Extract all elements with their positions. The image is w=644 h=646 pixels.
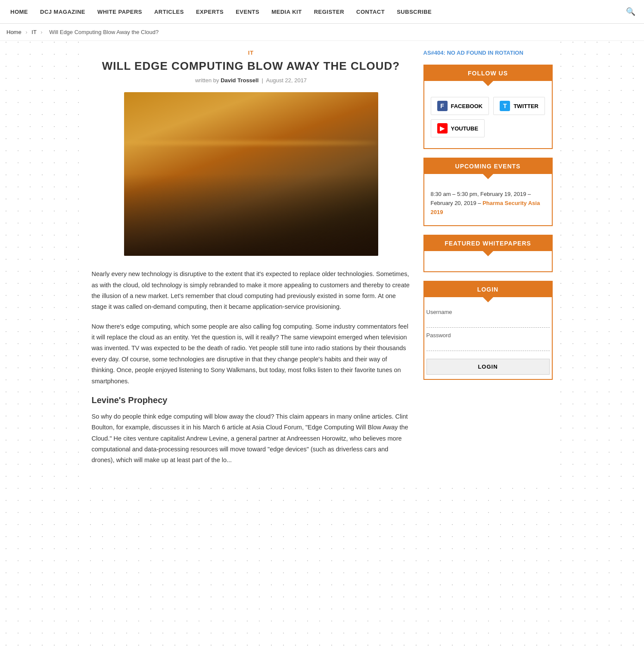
breadcrumb: Home › IT › Will Edge Computing Blow Awa…: [0, 24, 644, 41]
main-content: IT WILL EDGE COMPUTING BLOW AWAY THE CLO…: [92, 50, 411, 475]
breadcrumb-sep1: ›: [25, 29, 29, 35]
navigation: HOME DCJ MAGAZINE WHITE PAPERS ARTICLES …: [0, 0, 644, 24]
login-arrow: [483, 297, 493, 302]
events-body: 8:30 am – 5:30 pm, February 19, 2019 – F…: [424, 183, 552, 225]
article-date: August 22, 2017: [266, 77, 307, 84]
nav-whitepapers[interactable]: WHITE PAPERS: [91, 9, 148, 15]
search-icon[interactable]: 🔍: [622, 7, 640, 16]
page-wrapper: IT WILL EDGE COMPUTING BLOW AWAY THE CLO…: [85, 41, 559, 483]
whitepapers-widget: FEATURED WHITEPAPERS: [423, 235, 553, 272]
youtube-label: YOUTUBE: [451, 125, 479, 132]
whitepapers-header: FEATURED WHITEPAPERS: [424, 236, 552, 251]
follow-us-arrow: [483, 81, 493, 86]
meta-written: written by: [195, 77, 221, 84]
breadcrumb-current: Will Edge Computing Blow Away the Cloud?: [49, 29, 159, 35]
login-button[interactable]: LOGIN: [426, 359, 550, 375]
article-tag[interactable]: IT: [92, 50, 411, 56]
nav-dcj[interactable]: DCJ MAGAZINE: [34, 9, 91, 15]
article-section-paragraph: So why do people think edge computing wi…: [92, 411, 411, 466]
nav-register[interactable]: REGISTER: [308, 9, 350, 15]
whitepapers-arrow: [483, 251, 493, 256]
password-input[interactable]: [426, 340, 550, 351]
login-header: LOGIN: [424, 282, 552, 297]
twitter-button[interactable]: t TWITTER: [493, 97, 545, 115]
facebook-label: FACEBOOK: [451, 103, 483, 109]
breadcrumb-it[interactable]: IT: [31, 29, 36, 35]
follow-us-widget: FOLLOW US f FACEBOOK t TWITTER ▶ YOUTUBE: [423, 65, 553, 149]
events-arrow: [483, 174, 493, 179]
facebook-icon: f: [437, 101, 448, 111]
login-form: Username Password LOGIN: [424, 307, 552, 379]
article-title: WILL EDGE COMPUTING BLOW AWAY THE CLOUD?: [92, 59, 411, 73]
article-author[interactable]: David Trossell: [221, 77, 258, 84]
whitepapers-body: [424, 261, 552, 271]
events-header: UPCOMING EVENTS: [424, 158, 552, 174]
follow-us-header: FOLLOW US: [424, 65, 552, 81]
article-hero-image: [124, 92, 378, 256]
password-label: Password: [426, 332, 550, 339]
youtube-icon: ▶: [437, 123, 448, 134]
article-paragraph-1: Nearly every new technology is disruptiv…: [92, 269, 411, 313]
nav-experts[interactable]: EXPERTS: [190, 9, 230, 15]
twitter-label: TWITTER: [513, 103, 538, 109]
article-section-title: Levine's Prophecy: [92, 395, 411, 405]
facebook-button[interactable]: f FACEBOOK: [431, 97, 489, 115]
username-input[interactable]: [426, 317, 550, 328]
youtube-button[interactable]: ▶ YOUTUBE: [431, 119, 485, 137]
sidebar: AS#404: NO AD FOUND IN ROTATION FOLLOW U…: [423, 50, 553, 475]
username-field: Username: [426, 309, 550, 328]
event-item: 8:30 am – 5:30 pm, February 19, 2019 – F…: [431, 188, 545, 219]
twitter-icon: t: [500, 101, 510, 111]
events-widget: UPCOMING EVENTS 8:30 am – 5:30 pm, Febru…: [423, 158, 553, 226]
password-field: Password: [426, 332, 550, 351]
login-widget: LOGIN Username Password LOGIN: [423, 281, 553, 380]
breadcrumb-sep2: ›: [40, 29, 44, 35]
sidebar-ad-notice: AS#404: NO AD FOUND IN ROTATION: [423, 50, 553, 56]
article-paragraph-2: Now there's edge computing, which some p…: [92, 321, 411, 387]
nav-home[interactable]: HOME: [4, 9, 34, 15]
username-label: Username: [426, 309, 550, 315]
nav-subscribe[interactable]: SUBSCRIBE: [391, 9, 438, 15]
article-meta: written by David Trossell | August 22, 2…: [92, 77, 411, 84]
nav-articles[interactable]: ARTICLES: [148, 9, 190, 15]
nav-events[interactable]: EVENTS: [230, 9, 265, 15]
social-buttons: f FACEBOOK t TWITTER ▶ YOUTUBE: [431, 95, 545, 142]
nav-contact[interactable]: CONTACT: [350, 9, 391, 15]
follow-us-body: f FACEBOOK t TWITTER ▶ YOUTUBE: [424, 90, 552, 148]
article-body: Nearly every new technology is disruptiv…: [92, 269, 411, 466]
nav-mediakit[interactable]: MEDIA KIT: [265, 9, 308, 15]
breadcrumb-home[interactable]: Home: [6, 29, 22, 35]
